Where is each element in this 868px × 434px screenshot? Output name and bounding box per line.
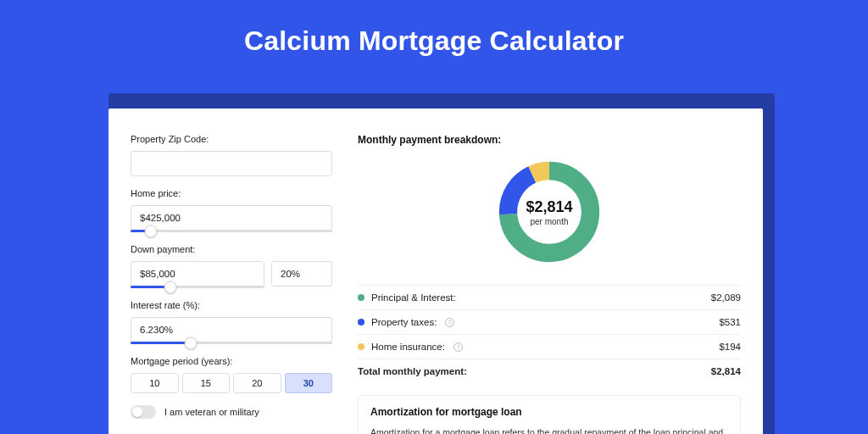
down-payment-slider[interactable] bbox=[131, 286, 264, 288]
interest-slider-thumb[interactable] bbox=[185, 337, 198, 349]
payment-donut: $2,814 per month bbox=[495, 158, 604, 266]
donut-center: $2,814 per month bbox=[495, 158, 604, 266]
donut-amount: $2,814 bbox=[526, 198, 572, 216]
veteran-toggle-knob bbox=[132, 407, 142, 417]
donut-sub: per month bbox=[530, 217, 568, 226]
legend-row-ins: Home insurance: ? $194 bbox=[358, 334, 741, 359]
period-btn-15[interactable]: 15 bbox=[182, 373, 231, 393]
home-price-label: Home price: bbox=[131, 188, 332, 198]
calculator-panel: Property Zip Code: Home price: Down paym… bbox=[108, 108, 763, 434]
amortization-title: Amortization for mortgage loan bbox=[370, 406, 728, 418]
page-title: Calcium Mortgage Calculator bbox=[0, 0, 868, 74]
legend-label-pi: Principal & Interest: bbox=[371, 292, 456, 303]
period-btn-10[interactable]: 10 bbox=[131, 373, 179, 393]
legend-dot-ins bbox=[358, 343, 364, 350]
amortization-box: Amortization for mortgage loan Amortizat… bbox=[358, 395, 741, 434]
veteran-toggle-row: I am veteran or military bbox=[131, 405, 332, 419]
legend-row-tax: Property taxes: ? $531 bbox=[358, 309, 741, 334]
donut-wrap: $2,814 per month bbox=[358, 158, 741, 266]
down-payment-amount-input[interactable] bbox=[131, 261, 264, 287]
home-price-slider-thumb[interactable] bbox=[144, 225, 157, 237]
down-payment-group: Down payment: bbox=[131, 244, 332, 288]
amortization-text: Amortization for a mortgage loan refers … bbox=[370, 426, 728, 434]
legend-value-ins: $194 bbox=[719, 342, 741, 352]
home-price-input[interactable] bbox=[131, 205, 332, 231]
period-buttons: 10 15 20 30 bbox=[131, 373, 332, 393]
legend-value-pi: $2,089 bbox=[711, 292, 741, 303]
legend-dot-pi bbox=[358, 294, 364, 301]
legend-value-total: $2,814 bbox=[711, 366, 741, 376]
period-group: Mortgage period (years): 10 15 20 30 bbox=[131, 356, 332, 393]
breakdown-column: Monthly payment breakdown: $2,814 per mo… bbox=[358, 134, 741, 434]
interest-input[interactable] bbox=[131, 317, 332, 342]
zip-field-group: Property Zip Code: bbox=[131, 134, 332, 176]
info-icon[interactable]: ? bbox=[445, 318, 454, 327]
veteran-toggle[interactable] bbox=[131, 405, 156, 419]
legend-value-tax: $531 bbox=[719, 317, 741, 327]
period-btn-30[interactable]: 30 bbox=[285, 373, 333, 393]
down-payment-slider-thumb[interactable] bbox=[164, 281, 177, 293]
legend-row-total: Total monthly payment: $2,814 bbox=[358, 359, 741, 383]
legend-dot-tax bbox=[358, 319, 364, 326]
interest-slider[interactable] bbox=[131, 342, 332, 344]
legend-label-ins: Home insurance: bbox=[371, 342, 445, 352]
home-price-slider[interactable] bbox=[131, 230, 332, 232]
legend-label-tax: Property taxes: bbox=[371, 317, 437, 327]
zip-label: Property Zip Code: bbox=[131, 134, 332, 144]
breakdown-title: Monthly payment breakdown: bbox=[358, 134, 741, 146]
zip-input[interactable] bbox=[131, 151, 332, 176]
period-btn-20[interactable]: 20 bbox=[233, 373, 281, 393]
period-label: Mortgage period (years): bbox=[131, 356, 332, 366]
info-icon[interactable]: ? bbox=[453, 342, 463, 352]
down-payment-label: Down payment: bbox=[131, 244, 332, 254]
interest-label: Interest rate (%): bbox=[131, 300, 332, 310]
legend-row-pi: Principal & Interest: $2,089 bbox=[358, 285, 741, 309]
down-payment-pct-input[interactable] bbox=[271, 261, 332, 287]
interest-group: Interest rate (%): bbox=[131, 300, 332, 344]
inputs-column: Property Zip Code: Home price: Down paym… bbox=[131, 134, 332, 434]
legend-label-total: Total monthly payment: bbox=[358, 366, 467, 376]
veteran-label: I am veteran or military bbox=[164, 407, 259, 417]
home-price-group: Home price: bbox=[131, 188, 332, 232]
